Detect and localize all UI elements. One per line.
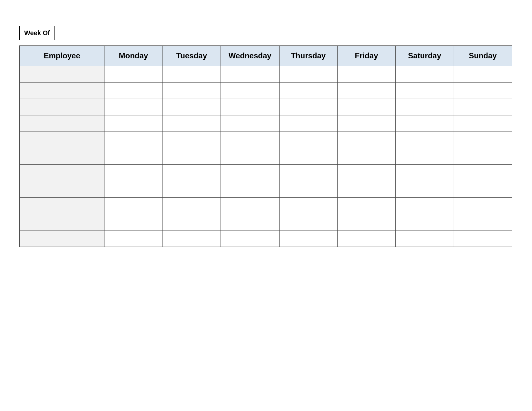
day-cell[interactable] [279,198,337,214]
day-cell[interactable] [337,83,395,99]
day-cell[interactable] [221,198,279,214]
day-cell[interactable] [104,198,163,214]
table-row [20,83,512,99]
day-cell[interactable] [163,198,221,214]
day-cell[interactable] [454,115,512,132]
day-cell[interactable] [163,99,221,115]
day-cell[interactable] [454,214,512,230]
day-cell[interactable] [396,132,454,148]
employee-cell[interactable] [20,83,104,99]
day-cell[interactable] [279,214,337,230]
day-cell[interactable] [221,115,279,132]
day-cell[interactable] [396,214,454,230]
day-cell[interactable] [163,165,221,181]
day-cell[interactable] [454,165,512,181]
day-cell[interactable] [396,66,454,83]
employee-cell[interactable] [20,198,104,214]
day-cell[interactable] [279,99,337,115]
day-cell[interactable] [163,181,221,198]
employee-cell[interactable] [20,181,104,198]
day-cell[interactable] [337,230,395,247]
day-cell[interactable] [454,230,512,247]
table-row [20,165,512,181]
employee-cell[interactable] [20,115,104,132]
day-cell[interactable] [454,99,512,115]
day-cell[interactable] [104,214,163,230]
day-cell[interactable] [337,66,395,83]
day-cell[interactable] [337,115,395,132]
day-cell[interactable] [454,66,512,83]
day-cell[interactable] [279,83,337,99]
employee-cell[interactable] [20,66,104,83]
day-cell[interactable] [221,230,279,247]
day-cell[interactable] [396,83,454,99]
day-cell[interactable] [396,165,454,181]
day-cell[interactable] [279,115,337,132]
day-cell[interactable] [454,198,512,214]
day-cell[interactable] [221,99,279,115]
day-cell[interactable] [104,230,163,247]
day-cell[interactable] [337,214,395,230]
day-cell[interactable] [454,83,512,99]
day-cell[interactable] [337,132,395,148]
day-cell[interactable] [163,115,221,132]
day-cell[interactable] [396,99,454,115]
table-row [20,99,512,115]
header-monday: Monday [104,46,163,66]
day-cell[interactable] [279,132,337,148]
day-cell[interactable] [337,198,395,214]
employee-cell[interactable] [20,132,104,148]
day-cell[interactable] [221,148,279,165]
day-cell[interactable] [104,115,163,132]
day-cell[interactable] [396,181,454,198]
day-cell[interactable] [104,83,163,99]
day-cell[interactable] [163,148,221,165]
table-row [20,66,512,83]
day-cell[interactable] [104,181,163,198]
day-cell[interactable] [104,66,163,83]
day-cell[interactable] [337,148,395,165]
day-cell[interactable] [163,214,221,230]
day-cell[interactable] [163,83,221,99]
day-cell[interactable] [337,165,395,181]
day-cell[interactable] [279,148,337,165]
day-cell[interactable] [104,132,163,148]
header-tuesday: Tuesday [163,46,221,66]
day-cell[interactable] [221,132,279,148]
day-cell[interactable] [104,148,163,165]
day-cell[interactable] [454,148,512,165]
day-cell[interactable] [221,83,279,99]
day-cell[interactable] [396,230,454,247]
day-cell[interactable] [221,165,279,181]
day-cell[interactable] [163,66,221,83]
day-cell[interactable] [221,214,279,230]
day-cell[interactable] [279,181,337,198]
day-cell[interactable] [396,115,454,132]
table-row [20,181,512,198]
employee-cell[interactable] [20,165,104,181]
day-cell[interactable] [221,181,279,198]
day-cell[interactable] [454,181,512,198]
day-cell[interactable] [396,148,454,165]
day-cell[interactable] [104,165,163,181]
employee-cell[interactable] [20,230,104,247]
day-cell[interactable] [337,181,395,198]
day-cell[interactable] [104,99,163,115]
day-cell[interactable] [279,230,337,247]
employee-cell[interactable] [20,214,104,230]
employee-cell[interactable] [20,148,104,165]
day-cell[interactable] [163,132,221,148]
day-cell[interactable] [396,198,454,214]
page: Week Of Employee Monday Tuesday Wednesda… [0,0,532,247]
header-employee: Employee [20,46,104,66]
day-cell[interactable] [454,132,512,148]
day-cell[interactable] [163,230,221,247]
employee-cell[interactable] [20,99,104,115]
table-row [20,132,512,148]
table-row [20,230,512,247]
day-cell[interactable] [221,66,279,83]
week-of-value[interactable] [55,26,172,40]
day-cell[interactable] [279,66,337,83]
day-cell[interactable] [337,99,395,115]
day-cell[interactable] [279,165,337,181]
